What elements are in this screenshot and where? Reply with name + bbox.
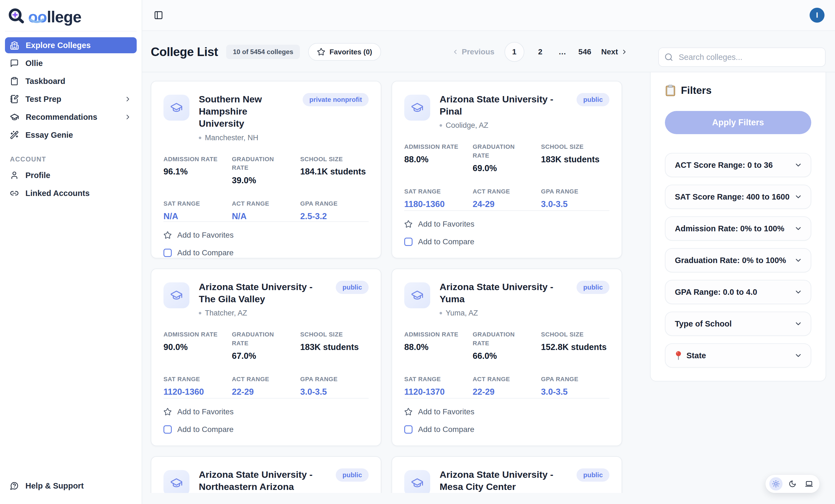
college-stats: ADMISSION RATE 96.1% GRADUATION RATE 39.… [163,155,369,222]
act-range-label: ACT RANGE [473,187,529,196]
gpa-range-label: GPA RANGE [300,375,357,384]
filter-dropdown-sat-score-range-400-to-1600[interactable]: SAT Score Range: 400 to 1600 [665,185,811,209]
college-name: Arizona State University - Pinal [440,93,567,117]
filter-dropdown-state[interactable]: State [665,343,811,368]
page-number-button[interactable]: 2 [534,42,547,62]
college-card: Arizona State University - Mesa City Cen… [391,456,622,493]
compare-checkbox[interactable] [163,425,172,434]
gpa-range-value: 3.0-3.5 [541,199,609,209]
apply-filters-button[interactable]: Apply Filters [665,111,811,134]
location-bullet [199,312,201,314]
chevron-down-icon [794,225,802,233]
favorites-button[interactable]: Favorites (0) [308,43,381,61]
add-to-compare-row[interactable]: Add to Compare [163,425,369,434]
sidebar-item-profile[interactable]: Profile [5,167,137,183]
add-to-favorites-label: Add to Favorites [418,407,474,416]
graduation-rate-value: 39.0% [232,175,301,186]
card-divider [163,222,369,222]
filter-dropdown-type-of-school[interactable]: Type of School [665,312,811,336]
page-number-button[interactable]: 1 [505,42,524,62]
sidebar-item-taskboard[interactable]: Taskboard [5,73,137,89]
add-to-favorites-button[interactable]: Add to Favorites [404,220,609,229]
chevron-right-icon [124,113,132,121]
user-icon [10,171,19,180]
add-to-compare-label: Add to Compare [418,425,474,434]
sidebar-item-test-prep[interactable]: Test Prep [5,91,137,107]
filters-card: Filters Apply Filters ACT Score Range: 0… [650,72,826,381]
graduation-cap-icon [404,95,430,121]
filter-list: ACT Score Range: 0 to 36 SAT Score Range… [665,153,811,368]
graduation-cap-icon [404,282,430,308]
college-card-grid: Southern New Hampshire University Manche… [142,72,650,493]
add-to-favorites-button[interactable]: Add to Favorites [163,407,369,416]
college-card: Southern New Hampshire University Manche… [151,81,381,258]
filter-label: Graduation Rate: 0% to 100% [675,256,786,265]
filter-dropdown-admission-rate-0-to-100[interactable]: Admission Rate: 0% to 100% [665,216,811,241]
school-type-badge: public [336,281,369,294]
sat-range-value: 1180-1360 [404,199,473,209]
filter-dropdown-graduation-rate-0-to-100[interactable]: Graduation Rate: 0% to 100% [665,248,811,272]
sidebar-item-linked-accounts[interactable]: Linked Accounts [5,185,137,201]
sidebar-item-ollie[interactable]: Ollie [5,55,137,71]
next-page-button[interactable]: Next [601,47,628,56]
sidebar-item-help-support[interactable]: Help & Support [5,478,137,494]
sidebar-item-recommendations[interactable]: Recommendations [5,109,137,125]
add-to-favorites-button[interactable]: Add to Favorites [163,231,369,239]
add-to-favorites-label: Add to Favorites [177,231,233,239]
college-name: Arizona State University - The Gila Vall… [199,281,326,305]
school-size-value: 184.1K students [300,167,369,177]
compare-checkbox[interactable] [404,425,412,434]
add-to-compare-row[interactable]: Add to Compare [404,237,609,246]
act-range-value: 22-29 [232,387,301,397]
light-theme-sun-icon[interactable] [769,477,782,490]
admission-rate-label: ADMISSION RATE [163,155,220,164]
college-stats: ADMISSION RATE 90.0% GRADUATION RATE 67.… [163,330,369,397]
sidebar-item-label: Linked Accounts [25,189,90,198]
user-avatar[interactable]: I [810,8,824,23]
sidebar-item-essay-genie[interactable]: Essay Genie [5,127,137,143]
sidebar-toggle-icon[interactable] [154,10,163,20]
list-header: College List 10 of 5454 colleges Favorit… [142,31,650,72]
school-type-badge: public [336,468,369,482]
school-size-value: 183K students [541,154,609,165]
sidebar-item-label: Essay Genie [25,130,73,140]
logo-rest: llege [47,8,81,26]
sidebar-item-explore-colleges[interactable]: Explore Colleges [5,37,137,53]
add-to-compare-row[interactable]: Add to Compare [163,248,369,257]
account-section-label: ACCOUNT [10,155,132,163]
act-range-label: ACT RANGE [232,199,288,208]
sidebar-account-nav: Profile Linked Accounts [5,165,137,203]
notebook-pen-icon [10,95,19,104]
admission-rate-label: ADMISSION RATE [163,330,220,339]
chevron-down-icon [794,288,802,296]
star-icon [404,220,412,228]
act-range-value: 24-29 [473,199,541,209]
favorites-button-label: Favorites (0) [329,48,372,56]
app-root: oo llege Explore Colleges Ollie Taskboar… [0,0,835,504]
sat-range-label: SAT RANGE [163,199,220,208]
filter-dropdown-gpa-range-0-0-to-4-0[interactable]: GPA Range: 0.0 to 4.0 [665,280,811,304]
star-icon [317,48,325,56]
previous-page-button[interactable]: Previous [452,47,494,56]
chevron-down-icon [794,193,802,201]
filter-dropdown-act-score-range-0-to-36[interactable]: ACT Score Range: 0 to 36 [665,153,811,177]
graduation-cap-icon [10,112,19,122]
admission-rate-value: 88.0% [404,342,473,352]
star-icon [163,408,172,416]
compare-checkbox[interactable] [163,249,172,257]
page-number-button[interactable]: 546 [578,42,591,62]
add-to-compare-row[interactable]: Add to Compare [404,425,609,434]
dark-theme-moon-icon[interactable] [786,477,799,490]
add-to-favorites-button[interactable]: Add to Favorites [404,407,609,416]
search-input[interactable] [658,47,826,67]
act-range-value: N/A [232,211,301,222]
chevron-right-icon [124,95,132,103]
page-number-button[interactable]: … [556,42,569,62]
main-area: I College List 10 of 5454 colleges Favor… [142,0,835,504]
graduation-cap-icon [404,470,430,493]
college-location-row: Yuma, AZ [440,309,567,317]
filters-heading: Filters [665,84,811,97]
college-location-row: Manchester, NH [199,133,293,142]
system-theme-laptop-icon[interactable] [802,477,816,490]
compare-checkbox[interactable] [404,238,412,246]
